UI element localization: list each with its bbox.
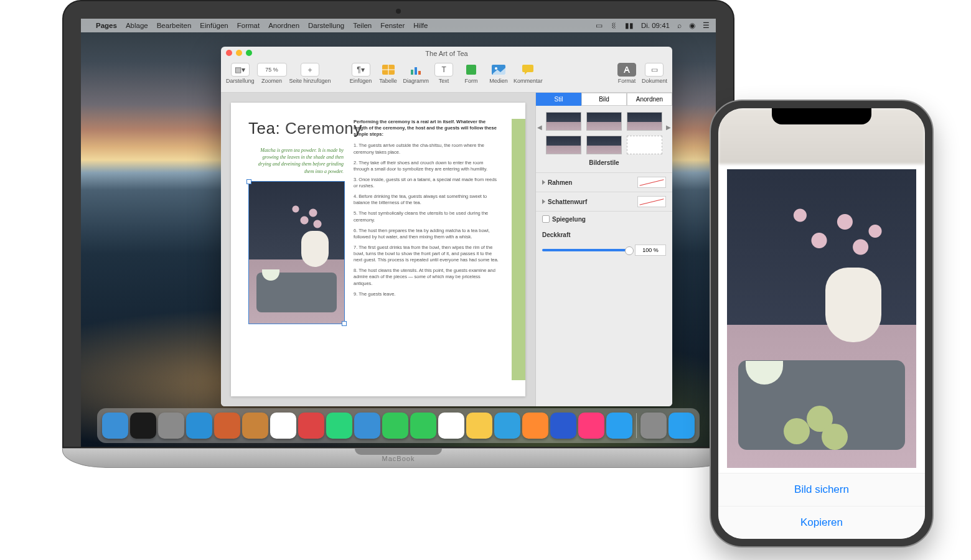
opacity-slider[interactable] [542,249,630,251]
svg-rect-5 [418,71,421,75]
menu-anordnen[interactable]: Anordnen [268,22,299,29]
style-thumb[interactable] [546,136,581,154]
insert-button[interactable]: ¶▾Einfügen [349,63,373,84]
menu-hilfe[interactable]: Hilfe [413,22,428,29]
notifications-icon[interactable]: ☰ [703,21,710,30]
style-thumb[interactable] [586,136,622,154]
dock-app[interactable] [130,413,156,439]
wifi-icon[interactable]: ⧛ [610,22,617,29]
menu-darstellung[interactable]: Darstellung [308,22,344,29]
style-thumb[interactable] [546,112,581,131]
close-button[interactable] [226,50,232,56]
disclosure-icon [542,180,545,185]
frame-row[interactable]: Rahmen [536,172,672,192]
selected-image[interactable] [248,181,345,324]
svg-rect-4 [415,67,417,75]
prev-styles-icon[interactable]: ◀ [537,124,542,131]
macos-desktop: Pages Ablage Bearbeiten Einfügen Format … [81,19,716,447]
camera-icon [396,9,401,14]
iphone-notch [772,108,871,124]
svg-rect-9 [522,65,533,72]
dock-app[interactable] [522,413,548,439]
menu-teilen[interactable]: Teilen [353,22,372,29]
menu-bearbeiten[interactable]: Bearbeiten [157,22,192,29]
iphone-photo-preview[interactable] [727,169,916,468]
airplay-icon[interactable]: ▭ [596,21,603,30]
save-image-button[interactable]: Bild sichern [718,473,925,506]
zoom-button[interactable]: 75 %Zoomen [257,63,287,84]
menu-fenster[interactable]: Fenster [380,22,405,29]
dock-app[interactable] [494,413,520,439]
style-thumb[interactable] [627,136,662,154]
dock-app[interactable] [186,413,212,439]
spotlight-icon[interactable]: ⌕ [677,22,682,29]
dock-app[interactable] [606,413,632,439]
dock-app[interactable] [438,413,464,439]
share-sheet-actions: Bild sichern Kopieren [718,473,925,539]
text-button[interactable]: TText [431,63,456,84]
style-thumb[interactable] [586,112,622,131]
shape-button[interactable]: Form [459,63,484,84]
dock-app[interactable] [158,413,184,439]
copy-button[interactable]: Kopieren [718,506,925,539]
tab-bild[interactable]: Bild [581,93,627,106]
next-styles-icon[interactable]: ▶ [666,124,671,131]
sidenote-text: Matcha is green tea powder. It is made b… [248,147,344,175]
image-styles-grid: ◀ ▶ [536,106,672,157]
reflection-checkbox[interactable] [542,215,550,223]
menu-einfuegen[interactable]: Einfügen [200,22,228,29]
dock-app[interactable] [382,413,408,439]
menu-format[interactable]: Format [237,22,260,29]
dock-app[interactable] [354,413,380,439]
tab-stil[interactable]: Stil [536,93,581,106]
page-accent [512,119,525,380]
frame-none-swatch[interactable] [637,177,666,188]
add-page-button[interactable]: ＋Seite hinzufügen [289,63,331,84]
image-styles-label: Bilderstile [536,159,672,166]
dock-app[interactable] [214,413,240,439]
fullscreen-button[interactable] [246,50,252,56]
battery-icon[interactable]: ▮▮ [625,21,634,30]
dock-app[interactable] [668,413,695,439]
macbook-bezel: Pages Ablage Bearbeiten Einfügen Format … [62,0,734,448]
document-button[interactable]: ▭Dokument [642,63,667,84]
format-inspector: Stil Bild Anordnen ◀ ▶ [535,93,672,406]
dock-app[interactable] [326,413,352,439]
siri-icon[interactable]: ◉ [689,21,695,30]
dock [97,408,700,443]
dock-app[interactable] [466,413,492,439]
format-button[interactable]: Format [614,63,639,84]
view-button[interactable]: ▤▾Darstellung [226,63,255,84]
macbook-device: Pages Ablage Bearbeiten Einfügen Format … [62,0,734,535]
macbook-label: MacBook [382,455,415,462]
dock-app[interactable] [298,413,324,439]
window-titlebar[interactable]: The Art of Tea [221,47,672,60]
table-button[interactable]: Tabelle [376,63,401,84]
iphone-device: Bild sichern Kopieren [710,100,934,548]
menu-ablage[interactable]: Ablage [126,22,148,29]
app-menu[interactable]: Pages [96,22,117,29]
menubar-clock[interactable]: Di. 09:41 [641,22,670,29]
style-thumb[interactable] [627,112,662,131]
dock-app[interactable] [242,413,268,439]
macbook-base: MacBook [62,448,734,468]
dock-app[interactable] [550,413,576,439]
dock-app[interactable] [410,413,436,439]
dock-app[interactable] [640,413,667,439]
dock-app[interactable] [270,413,296,439]
steps-list: 1. The guests arrive outside the cha-shi… [354,142,499,297]
chart-button[interactable]: Diagramm [403,63,429,84]
dock-app[interactable] [578,413,604,439]
opacity-label: Deckkraft [536,226,672,238]
dock-app[interactable] [102,413,128,439]
minimize-button[interactable] [236,50,242,56]
page: Tea: Ceremony Matcha is green tea powder… [231,103,525,396]
document-canvas[interactable]: Tea: Ceremony Matcha is green tea powder… [221,93,535,406]
opacity-value[interactable]: 100 % [635,245,666,256]
shadow-none-swatch[interactable] [637,196,666,207]
shadow-row[interactable]: Schattenwurf [536,192,672,211]
comment-button[interactable]: Kommentar [514,63,543,84]
tab-anordnen[interactable]: Anordnen [627,93,672,106]
reflection-row: Spiegelung [536,211,672,226]
media-button[interactable]: Medien [486,63,511,84]
